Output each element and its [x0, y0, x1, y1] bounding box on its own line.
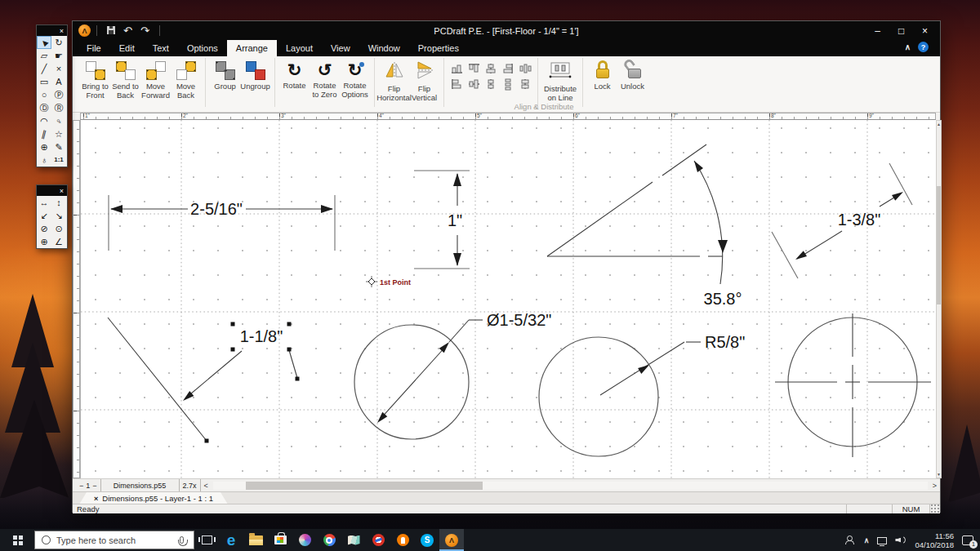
orange-app-button[interactable]: [390, 529, 415, 551]
mirror-tool[interactable]: ♀: [51, 114, 66, 127]
dimension-diameter[interactable]: Ø1-5/32": [354, 311, 551, 439]
search-input[interactable]: [56, 535, 180, 545]
tab-close-icon[interactable]: ×: [94, 495, 98, 503]
taskbar-clock[interactable]: 11:56 04/10/2018: [915, 531, 954, 549]
vertical-scrollbar[interactable]: ▲ ▼: [936, 120, 942, 478]
pen-tool[interactable]: ✎: [51, 140, 66, 153]
tab-view[interactable]: View: [322, 40, 359, 56]
page-spinner[interactable]: − 1 −: [73, 479, 101, 491]
page-next-icon[interactable]: −: [92, 482, 96, 490]
tab-file[interactable]: File: [78, 40, 110, 56]
maximize-button[interactable]: □: [889, 21, 913, 40]
polygon-tool[interactable]: Ⓟ: [51, 88, 66, 101]
edge-button[interactable]: e: [219, 529, 243, 551]
tab-layout[interactable]: Layout: [277, 40, 322, 56]
page-prev-icon[interactable]: −: [79, 482, 83, 490]
align-right-icon[interactable]: [500, 62, 516, 77]
roof-tool[interactable]: Ⓡ: [51, 101, 66, 114]
bring-to-front-button[interactable]: Bring to Front: [80, 58, 110, 100]
align-bottom-icon[interactable]: [448, 62, 465, 77]
taskbar-search[interactable]: [34, 531, 194, 549]
distribute-vertical-icon[interactable]: [500, 78, 516, 92]
tray-chevron-up-icon[interactable]: ∧: [864, 536, 870, 544]
tab-properties[interactable]: Properties: [409, 40, 468, 56]
horizontal-scrollbar[interactable]: [213, 482, 928, 490]
save-button[interactable]: [103, 25, 119, 36]
align-center-vertical-axis-icon[interactable]: [483, 62, 499, 77]
document-name-button[interactable]: Dimensions.p55: [101, 479, 180, 491]
palette-title-bar[interactable]: ×: [37, 25, 67, 36]
group-button[interactable]: Group: [210, 58, 240, 91]
red-app-button[interactable]: [366, 529, 390, 551]
dim-horizontal-tool[interactable]: ↔: [37, 196, 51, 209]
rotate-button[interactable]: ↻ Rotate: [279, 58, 310, 91]
pcdraft-taskbar-button[interactable]: Λ: [439, 529, 464, 551]
task-view-button[interactable]: [194, 529, 219, 551]
maps-app-button[interactable]: [341, 529, 366, 551]
distribute-horizontal-icon[interactable]: [517, 62, 533, 77]
drawing-canvas[interactable]: 2-5/16" 1": [80, 120, 936, 478]
dimension-linear-horizontal[interactable]: 2-5/16": [109, 195, 335, 251]
palette-close-icon[interactable]: ×: [60, 187, 64, 195]
star-tool[interactable]: ☆: [51, 127, 66, 140]
send-to-back-button[interactable]: Send to Back: [110, 58, 140, 100]
door-tool[interactable]: Ⓓ: [37, 101, 51, 114]
lock-button[interactable]: Lock: [587, 58, 617, 91]
store-button[interactable]: [268, 529, 292, 551]
dimension-angle[interactable]: 35.8°: [547, 144, 742, 308]
text-tool[interactable]: A: [51, 75, 66, 88]
rotate-tool[interactable]: ↻: [51, 36, 66, 49]
dim-rotated-tool[interactable]: ↘: [51, 209, 66, 222]
paint-app-button[interactable]: [292, 529, 317, 551]
line-tool[interactable]: ╱: [37, 62, 51, 75]
ellipse-tool[interactable]: ○: [37, 88, 51, 101]
rotate-to-zero-button[interactable]: ↺ Rotate to Zero: [310, 58, 340, 99]
minimize-button[interactable]: –: [866, 21, 889, 40]
tab-arrange[interactable]: Arrange: [227, 40, 277, 56]
dimension-aligned[interactable]: 1-3/8": [772, 163, 912, 278]
file-explorer-button[interactable]: [243, 529, 268, 551]
start-button[interactable]: [0, 529, 34, 551]
resize-grip[interactable]: [929, 504, 940, 513]
scroll-right-icon[interactable]: >: [929, 479, 940, 491]
dim-angle-tool[interactable]: ∠: [51, 235, 66, 248]
align-center-icon[interactable]: [483, 78, 499, 92]
zoom-level-button[interactable]: 2.7x: [180, 479, 201, 491]
distribute-on-line-button[interactable]: Distribute on Line: [542, 58, 578, 102]
ungroup-button[interactable]: Ungroup: [240, 58, 270, 91]
align-top-icon[interactable]: [466, 62, 482, 77]
align-middle-icon[interactable]: [466, 78, 482, 92]
microphone-icon[interactable]: [180, 536, 184, 544]
scroll-down-icon[interactable]: ▼: [937, 472, 941, 477]
network-icon[interactable]: [877, 537, 887, 544]
redo-button[interactable]: ↷: [136, 25, 154, 36]
dim-aligned-tool[interactable]: ↙: [37, 209, 51, 222]
freeform-tool[interactable]: ◠: [37, 114, 51, 127]
dim-vertical-tool[interactable]: ↕: [51, 196, 66, 209]
tab-edit[interactable]: Edit: [110, 40, 144, 56]
dim-radius-tool[interactable]: ⊙: [51, 222, 66, 235]
chrome-button[interactable]: [317, 529, 341, 551]
undo-button[interactable]: ↶: [119, 25, 136, 36]
symbol-tool[interactable]: ⊕: [37, 140, 51, 153]
select-tool[interactable]: ▶: [37, 36, 51, 49]
app-logo-icon[interactable]: Λ: [78, 24, 91, 37]
flip-vertical-button[interactable]: Flip Vertical: [409, 58, 439, 102]
unlock-button[interactable]: Unlock: [617, 58, 648, 91]
distribute-center-icon[interactable]: [517, 78, 533, 92]
parallel-lines-tool[interactable]: ∥: [37, 127, 51, 140]
vertical-scroll-thumb[interactable]: [937, 186, 941, 304]
horizontal-scroll-thumb[interactable]: [246, 482, 483, 490]
break-tool[interactable]: ×: [51, 62, 66, 75]
dimension-linear-vertical[interactable]: 1": [414, 171, 470, 269]
reshape-tool[interactable]: ▱: [37, 49, 51, 62]
pan-tool[interactable]: ☛: [51, 49, 66, 62]
palette-close-icon[interactable]: ×: [60, 27, 64, 35]
callout-tool[interactable]: ♁: [37, 153, 51, 167]
skype-button[interactable]: S: [415, 529, 439, 551]
circle-with-center-mark[interactable]: [775, 313, 931, 457]
help-icon[interactable]: ?: [918, 42, 929, 52]
scroll-left-icon[interactable]: <: [201, 479, 212, 491]
speaker-icon[interactable]: [895, 535, 906, 545]
tab-window[interactable]: Window: [359, 40, 409, 56]
